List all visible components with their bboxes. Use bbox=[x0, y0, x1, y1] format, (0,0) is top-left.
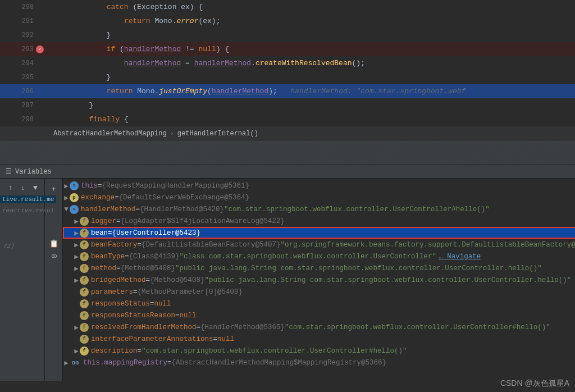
code-line[interactable]: 291 return Mono.error(ex); bbox=[0, 14, 575, 28]
code-editor[interactable]: 290 catch (Exception ex) {291 return Mon… bbox=[0, 0, 575, 126]
variable-type: {DefaultListableBeanFactory@5407} bbox=[142, 241, 281, 249]
expand-arrow-icon[interactable]: ▶ bbox=[73, 240, 80, 249]
add-icon[interactable]: ＋ bbox=[49, 184, 58, 193]
glasses-icon[interactable]: oo bbox=[49, 252, 58, 261]
expand-arrow-icon[interactable]: ▶ bbox=[63, 193, 70, 202]
filter-icon[interactable]: ▼ bbox=[31, 183, 40, 192]
expand-arrow-icon[interactable]: ▶ bbox=[73, 217, 80, 226]
variable-name: description bbox=[91, 347, 138, 355]
variable-value: "com.star.springboot.webflux.controller.… bbox=[285, 323, 550, 331]
field-icon: ≡ bbox=[70, 181, 79, 190]
line-number[interactable]: 295 bbox=[0, 74, 45, 81]
code-line[interactable]: 292 } bbox=[0, 28, 575, 42]
code-content[interactable]: handlerMethod = handlerMethod.createWith… bbox=[54, 59, 365, 67]
code-line[interactable]: 293 if (handlerMethod != null) { bbox=[0, 42, 575, 56]
breadcrumb-class[interactable]: AbstractHandlerMethodMapping bbox=[53, 130, 167, 138]
variables-panel-header[interactable]: ☰ Variables bbox=[0, 165, 575, 179]
code-content[interactable]: return Mono.justOrEmpty(handlerMethod); … bbox=[54, 87, 466, 95]
expand-arrow-icon[interactable]: ▶ bbox=[63, 181, 70, 190]
variable-node[interactable]: ▼≡handlerMethod = {HandlerMethod@5420} "… bbox=[63, 203, 575, 215]
navigate-link[interactable]: … Navigate bbox=[439, 253, 481, 261]
code-content[interactable]: if (handlerMethod != null) { bbox=[54, 45, 229, 53]
code-content[interactable]: } bbox=[54, 31, 111, 39]
expand-arrow-icon[interactable]: ▶ bbox=[73, 323, 80, 332]
variable-type: {UserController@5423} bbox=[112, 229, 201, 237]
field-icon: f bbox=[80, 311, 89, 320]
expand-arrow-icon[interactable]: ▼ bbox=[63, 206, 70, 213]
code-line[interactable]: 290 catch (Exception ex) { bbox=[0, 0, 575, 14]
expand-arrow-icon[interactable]: ▶ bbox=[73, 347, 80, 355]
field-icon: f bbox=[80, 264, 89, 273]
step-into-icon[interactable]: ↓ bbox=[19, 183, 28, 192]
field-icon: ≡ bbox=[70, 205, 79, 214]
field-icon: p bbox=[70, 193, 79, 202]
variable-node[interactable]: ▶fdescription = "com.star.springboot.web… bbox=[63, 345, 575, 357]
copy-icon[interactable]: 📋 bbox=[49, 239, 58, 248]
expand-arrow-icon[interactable]: ▶ bbox=[73, 229, 80, 238]
code-line[interactable]: 298 finally { bbox=[0, 112, 575, 126]
variable-node[interactable]: ▶fbeanType = {Class@4139} "class com.sta… bbox=[63, 250, 575, 262]
variables-title: Variables bbox=[15, 168, 52, 176]
variable-node[interactable]: fparameters = {MethodParameter[0]@5409} bbox=[63, 286, 575, 298]
variable-node[interactable]: ▶fbean = {UserController@5423} bbox=[63, 227, 575, 239]
code-line[interactable]: 296 return Mono.justOrEmpty(handlerMetho… bbox=[0, 84, 575, 98]
line-number[interactable]: 291 bbox=[0, 17, 45, 25]
variable-type: {LogAdapter$Slf4jLocationAwareLog@5422} bbox=[121, 217, 285, 225]
variable-node[interactable]: ▶flogger = {LogAdapter$Slf4jLocationAwar… bbox=[63, 215, 575, 227]
expand-arrow-icon[interactable]: ▶ bbox=[63, 358, 70, 367]
variable-value: "class com.star.springboot.webflux.contr… bbox=[180, 253, 437, 261]
variable-node[interactable]: ▶fbeanFactory = {DefaultListableBeanFact… bbox=[63, 239, 575, 250]
variables-tree[interactable]: ▶≡this = {RequestMappingHandlerMapping@5… bbox=[63, 179, 575, 381]
variables-toolbar-left: ↑ ↓ ▼ tive.result.me reactive.resul 72) bbox=[0, 179, 45, 381]
line-number[interactable]: 292 bbox=[0, 31, 45, 39]
code-content[interactable]: } bbox=[54, 101, 93, 110]
line-number[interactable]: 296 bbox=[0, 88, 45, 95]
variable-node[interactable]: ▶fmethod = {Method@5408} "public java.la… bbox=[63, 262, 575, 274]
variable-node[interactable]: ▶fbridgedMethod = {Method@5408} "public … bbox=[63, 274, 575, 286]
variable-value: "com.star.springboot.webflux.controller.… bbox=[224, 206, 490, 213]
variable-node[interactable]: ▶fresolvedFromHandlerMethod = {HandlerMe… bbox=[63, 321, 575, 333]
variable-node[interactable]: ▶pexchange = {DefaultServerWebExchange@5… bbox=[63, 192, 575, 203]
line-number[interactable]: 297 bbox=[0, 102, 45, 110]
code-content[interactable]: finally { bbox=[54, 115, 129, 124]
line-number[interactable]: 294 bbox=[0, 60, 45, 67]
breakpoint-icon[interactable] bbox=[36, 45, 44, 53]
variable-node[interactable]: fresponseStatus = null bbox=[63, 298, 575, 309]
variable-node[interactable]: finterfaceParameterAnnotations = null bbox=[63, 333, 575, 345]
breadcrumb-method[interactable]: getHandlerInternal() bbox=[177, 130, 258, 138]
variable-type: {RequestMappingHandlerMapping@5361} bbox=[102, 182, 250, 190]
step-over-icon[interactable]: ↑ bbox=[6, 183, 15, 192]
variable-name: this.mappingRegistry bbox=[83, 359, 167, 367]
field-icon: f bbox=[80, 299, 89, 308]
variable-type: {MethodParameter[0]@5409} bbox=[138, 288, 243, 296]
expand-arrow-icon[interactable]: ▶ bbox=[73, 276, 80, 285]
frame-label[interactable]: tive.result.me bbox=[0, 195, 56, 203]
field-icon: f bbox=[80, 323, 89, 332]
line-number[interactable]: 298 bbox=[0, 116, 45, 124]
field-icon: f bbox=[80, 217, 89, 226]
code-line[interactable]: 295 } bbox=[0, 70, 575, 84]
code-line[interactable]: 294 handlerMethod = handlerMethod.create… bbox=[0, 56, 575, 70]
panel-divider[interactable] bbox=[0, 140, 575, 165]
frame-label-inactive[interactable]: reactive.resul bbox=[0, 207, 56, 215]
line-number[interactable]: 290 bbox=[0, 3, 45, 11]
variable-name: parameters bbox=[91, 288, 133, 296]
line-number[interactable]: 293 bbox=[0, 45, 45, 53]
variable-name: logger bbox=[91, 217, 116, 225]
code-line[interactable]: 297 } bbox=[0, 98, 575, 112]
variable-node[interactable]: fresponseStatusReason = null bbox=[63, 309, 575, 321]
expand-arrow-icon[interactable]: ▶ bbox=[73, 264, 80, 273]
variable-node[interactable]: ▶≡this = {RequestMappingHandlerMapping@5… bbox=[63, 180, 575, 192]
variable-node[interactable]: ▶oothis.mappingRegistry = {AbstractHandl… bbox=[63, 357, 575, 368]
variable-value: null bbox=[217, 335, 234, 343]
variable-value: "com.star.springboot.webflux.controller.… bbox=[142, 347, 407, 355]
breadcrumb[interactable]: AbstractHandlerMethodMapping › getHandle… bbox=[0, 126, 575, 140]
code-content[interactable]: return Mono.error(ex); bbox=[54, 17, 220, 25]
code-content[interactable]: catch (Exception ex) { bbox=[54, 3, 203, 11]
expand-arrow-icon[interactable]: ▶ bbox=[73, 252, 80, 261]
variable-type: {DefaultServerWebExchange@5364} bbox=[119, 194, 250, 202]
variable-name: this bbox=[81, 182, 98, 190]
variables-panel: ↑ ↓ ▼ tive.result.me reactive.resul 72) … bbox=[0, 179, 575, 381]
field-icon: f bbox=[80, 240, 89, 249]
code-content[interactable]: } bbox=[54, 73, 111, 81]
